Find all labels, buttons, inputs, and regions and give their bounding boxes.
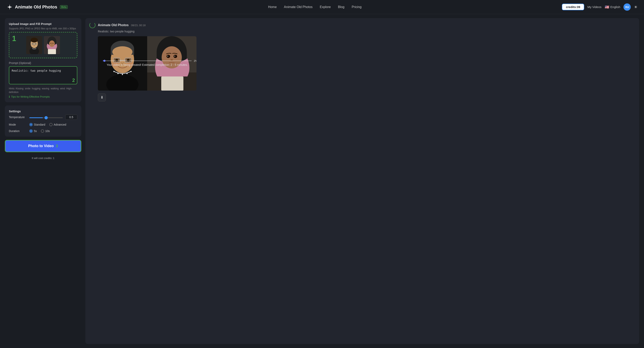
generate-step-number: 3 [56,144,58,148]
logo-text: Animate Old Photos [15,4,57,10]
nav-pricing[interactable]: Pricing [352,5,362,9]
svg-point-44 [167,56,168,57]
main-nav: Home Animate Old Photos Explore Blog Pri… [268,5,362,9]
svg-point-13 [50,43,51,44]
svg-point-12 [49,40,55,47]
language-selector[interactable]: 🇺🇸 English [605,5,620,9]
my-videos-link[interactable]: My Videos [588,5,602,9]
theme-toggle-icon[interactable]: ☀ [634,5,638,10]
svg-point-14 [52,43,53,44]
tips-link[interactable]: ℹ Tips for Writing Effective Prompts [9,95,77,98]
result-prompt: Realistic: two people hugging [98,30,635,33]
svg-point-8 [35,44,36,44]
prompt-wrapper: Realistic: two people hugging 2 [9,66,77,85]
header-right: credits:39 My Videos 🇺🇸 English XU ☀ [562,4,638,11]
photo-thumb-1 [26,36,42,54]
generate-btn-label: Photo to Video [28,144,54,148]
progress-track: 2% [103,60,192,61]
progress-percentage: 2% [194,60,196,62]
mode-radio-group: Standard Advanced [30,123,66,126]
right-panel: Animate Old Photos 08/23, 00:18 Realisti… [85,18,639,344]
duration-label: Duration [9,130,27,133]
temperature-label: Temperature [9,116,27,119]
upload-images-preview [26,36,60,54]
settings-title: Settings [9,110,77,113]
hints-text: Hints: Kissing smile hugging waving walk… [9,87,77,94]
mode-standard-label: Standard [34,123,45,126]
svg-point-28 [112,46,132,58]
prompt-step-number: 2 [72,78,75,83]
mode-advanced-radio [49,123,52,126]
duration-10s-label: 10s [45,130,50,133]
video-area: 2% Your video is being created! Estimate… [98,36,196,90]
person1-silhouette [26,36,42,54]
mode-row: Mode Standard Advanced [9,123,77,126]
upload-zone[interactable]: 1 [9,32,77,58]
svg-point-21 [117,73,118,74]
logo-area: Animate Old Photos Beta [6,4,68,10]
prompt-label: Prompt (Optional) [9,62,77,64]
logo-beta-badge: Beta [60,5,68,9]
duration-5s-radio [30,130,32,133]
svg-point-22 [122,74,123,75]
tips-link-label: Tips for Writing Effective Prompts [11,95,50,98]
duration-5s-option[interactable]: 5s [30,130,37,133]
nav-blog[interactable]: Blog [338,5,344,9]
upload-step-number: 1 [12,34,16,43]
svg-point-43 [174,55,177,58]
upload-title: Upload Image and Fill Prompt [9,22,77,26]
nav-home[interactable]: Home [268,5,277,9]
hints-label: Hints: [9,87,15,90]
result-header: Animate Old Photos 08/23, 00:18 [90,22,635,28]
info-icon: ℹ [9,95,10,98]
nav-animate[interactable]: Animate Old Photos [284,5,312,9]
logo-star-icon [6,4,13,10]
mode-standard-radio [30,123,32,126]
cost-text: It will cost credits: 1 [5,156,81,160]
loading-spinner-icon [90,22,96,28]
duration-10s-option[interactable]: 10s [41,130,50,133]
progress-message: Your video is being created! Estimated c… [107,63,188,66]
duration-5s-label: 5s [34,130,37,133]
svg-point-24 [130,71,132,72]
nav-explore[interactable]: Explore [320,5,331,9]
main-content: Upload Image and Fill Prompt Supports JP… [0,14,644,348]
user-avatar[interactable]: XU [624,4,631,11]
result-title: Animate Old Photos [98,23,129,27]
svg-point-45 [174,56,175,57]
language-label: English [610,5,620,9]
mode-label: Mode [9,123,27,126]
header: Animate Old Photos Beta Home Animate Old… [0,0,644,14]
download-icon: ⬇ [100,95,104,100]
upload-support-text: Supports JPG, PNG or JPEG files up to 4M… [9,27,77,30]
temperature-slider-container [30,115,63,119]
temperature-slider[interactable] [30,117,63,118]
temperature-row: Temperature 0.5 [9,114,77,120]
generate-button[interactable]: Photo to Video 3 [5,140,81,152]
credits-button[interactable]: credits:39 [562,4,584,10]
mode-standard-option[interactable]: Standard [30,123,45,126]
left-panel: Upload Image and Fill Prompt Supports JP… [5,18,81,344]
mode-advanced-label: Advanced [54,123,66,126]
download-button[interactable]: ⬇ [98,94,106,102]
upload-card: Upload Image and Fill Prompt Supports JP… [5,18,81,102]
svg-point-20 [113,71,114,72]
duration-10s-radio [41,130,44,133]
svg-point-7 [32,44,33,44]
settings-card: Settings Temperature 0.5 Mode Standard [5,106,81,137]
svg-rect-47 [161,76,184,90]
svg-rect-16 [48,49,56,54]
result-date: 08/23, 00:18 [131,24,146,27]
duration-radio-group: 5s 10s [30,130,50,133]
duration-row: Duration 5s 10s [9,130,77,133]
person2-silhouette [44,36,60,54]
svg-point-3 [30,38,38,42]
prompt-input[interactable]: Realistic: two people hugging [9,66,77,84]
progress-dot [104,60,106,62]
svg-point-42 [166,55,170,58]
temperature-value: 0.5 [65,114,77,120]
photo-thumb-2 [44,36,60,54]
svg-point-23 [126,73,128,74]
flag-icon: 🇺🇸 [605,5,609,9]
mode-advanced-option[interactable]: Advanced [49,123,66,126]
